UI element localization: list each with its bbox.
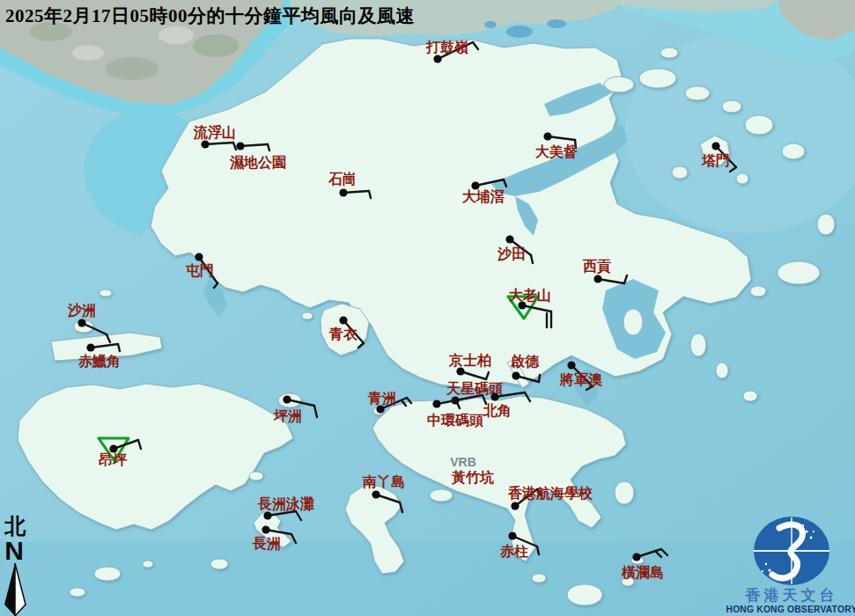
hko-logo-name-cjk: 香港天文台 xyxy=(745,587,838,604)
islet xyxy=(672,166,688,179)
station-dot xyxy=(263,511,271,519)
ma-wan xyxy=(302,312,313,319)
hill-texture xyxy=(106,57,158,80)
islet xyxy=(782,143,805,159)
station-dot xyxy=(511,502,519,510)
station-dot xyxy=(512,371,520,379)
kau-sai-chau xyxy=(623,309,643,335)
station-label: 沙田 xyxy=(497,246,526,261)
vrb-wind-label: VRB xyxy=(450,455,476,469)
station-dot xyxy=(339,188,347,196)
station-label: 長洲泳灘 xyxy=(257,495,314,511)
station-dot xyxy=(339,316,347,324)
station-label: 西貢 xyxy=(582,259,611,275)
islet xyxy=(660,48,678,58)
reservoir xyxy=(506,26,533,38)
station-dot xyxy=(567,361,575,369)
station-dot xyxy=(456,367,464,375)
station-dot xyxy=(372,490,380,498)
station-label: 打鼓嶺 xyxy=(425,40,468,55)
reservoir xyxy=(484,21,497,28)
station-dot xyxy=(77,319,85,326)
station-label: 青衣 xyxy=(328,326,358,341)
station-label: 塔門 xyxy=(701,153,730,168)
station-label: 黃竹坑 xyxy=(451,470,494,485)
station-label: 大老山 xyxy=(509,288,551,303)
hei-ling-chau xyxy=(249,472,263,480)
wind-barb xyxy=(539,375,540,382)
station-dot xyxy=(236,142,244,150)
hill-texture xyxy=(193,34,239,57)
islet xyxy=(778,261,820,284)
station-label: 坪洲 xyxy=(273,408,302,423)
station-label: 濕地公園 xyxy=(229,155,286,171)
soko-islands xyxy=(94,567,121,581)
station-label: 沙洲 xyxy=(67,303,96,318)
station-label: 大美督 xyxy=(535,143,579,159)
station-label: 長洲 xyxy=(252,536,281,551)
station-dot xyxy=(505,235,513,243)
station-dot xyxy=(262,525,269,533)
station-dot xyxy=(283,395,291,403)
station-label: 大埔滘 xyxy=(462,188,505,204)
compass-north-letter: N xyxy=(4,536,24,565)
station-label: 赤鱲角 xyxy=(77,354,121,369)
islet xyxy=(716,363,728,378)
islet xyxy=(743,391,757,401)
station-label: 昂坪 xyxy=(99,452,128,467)
station-label: 香港航海學校 xyxy=(507,485,593,501)
station-label: 屯門 xyxy=(185,263,214,278)
station-label: 北角 xyxy=(483,403,512,418)
station-dot xyxy=(711,142,719,150)
station-dot xyxy=(593,275,601,282)
compass-north-cjk: 北 xyxy=(4,515,26,538)
station-label: 中環碼頭 xyxy=(427,413,483,429)
weather-map-screen: 打鼓嶺流浮山濕地公園石崗大美督塔門大埔滘沙田屯門西貢大老山沙洲赤鱲角青衣京士柏啟… xyxy=(0,0,855,616)
islet xyxy=(817,214,835,235)
po-toi-island xyxy=(567,584,602,605)
islet xyxy=(750,286,766,297)
station-label: 橫瀾島 xyxy=(621,565,664,580)
station-dot xyxy=(86,343,94,351)
islet xyxy=(143,561,153,568)
station-dot xyxy=(195,253,203,260)
islet xyxy=(736,173,748,184)
lung-kwu-chau xyxy=(100,290,112,297)
map-title: 2025年2月17日05時00分的十分鐘平均風向及風速 xyxy=(5,4,415,28)
station-dot xyxy=(433,55,441,62)
station-label: 流浮山 xyxy=(193,124,236,140)
islet xyxy=(639,69,676,88)
station-dot xyxy=(508,532,516,539)
hko-logo-name-en: HONG KONG OBSERVATORY xyxy=(726,605,855,614)
hong-kong-wind-map: 打鼓嶺流浮山濕地公園石崗大美督塔門大埔滘沙田屯門西貢大老山沙洲赤鱲角青衣京士柏啟… xyxy=(0,0,855,616)
station-label: 青洲 xyxy=(367,391,396,406)
islet xyxy=(745,115,773,135)
islet xyxy=(532,574,546,583)
station-dot xyxy=(632,553,640,561)
urban-texture xyxy=(72,45,104,61)
tung-lung-chau xyxy=(615,481,634,504)
islet xyxy=(685,86,710,100)
station-dot xyxy=(543,132,551,140)
urban-texture xyxy=(158,26,194,44)
islet xyxy=(70,588,85,597)
shek-kwu-chau xyxy=(210,559,228,569)
islet xyxy=(722,100,741,113)
station-label: 南丫島 xyxy=(362,474,405,489)
station-label: 啟德 xyxy=(510,354,540,369)
station-dot xyxy=(490,392,498,400)
station-label: 京士柏 xyxy=(448,352,491,368)
station-dot xyxy=(201,140,209,148)
station-label: 赤柱 xyxy=(499,544,528,559)
station-dot xyxy=(432,400,440,407)
reservoir xyxy=(547,19,566,28)
station-dot xyxy=(376,405,384,413)
station-label: 石崗 xyxy=(328,172,357,187)
islet xyxy=(690,334,706,356)
station-label: 將軍澳 xyxy=(559,372,603,387)
ap-lei-chau xyxy=(430,489,453,502)
